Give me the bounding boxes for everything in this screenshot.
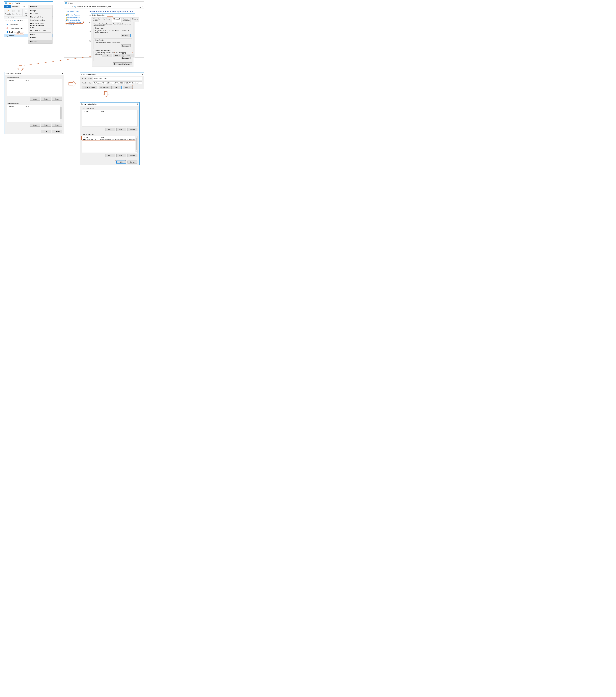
close-icon[interactable]: ✕ [141, 73, 143, 75]
minimize-icon[interactable]: — [139, 2, 143, 4]
menu-disconnect[interactable]: Disconnect network drive... [28, 25, 52, 28]
tab-hardware[interactable]: Hardware [102, 17, 111, 22]
menu-open-new[interactable]: Open in new window [28, 18, 52, 21]
nav-up-icon[interactable]: ↑ [11, 20, 14, 21]
menu-manage[interactable]: Manage [28, 9, 52, 12]
sysprops-ok-button[interactable]: OK [102, 54, 112, 57]
ribbon-rename[interactable]: Rename [16, 9, 22, 16]
ribbon-access-media[interactable]: Access media▾ [23, 9, 29, 16]
menu-rename[interactable]: Rename [28, 36, 52, 39]
user-vars-list[interactable]: VariableValue [82, 109, 137, 127]
nav-up-icon[interactable]: ↑ [71, 6, 74, 8]
link-remote-settings[interactable]: Remote settings [66, 17, 86, 18]
ribbon-open[interactable]: Open [11, 9, 16, 16]
var-value-label: Variable value: [82, 82, 93, 84]
scroll-up-icon[interactable]: ▲ [60, 105, 62, 107]
scroll-thumb[interactable] [136, 138, 137, 150]
nav-recent-icon[interactable]: ▾ [10, 20, 11, 21]
link-advanced-settings[interactable]: Advanced system settings [66, 22, 86, 25]
newvar-cancel-button[interactable]: Cancel [123, 86, 133, 89]
browse-dir-button[interactable]: Browse Directory... [82, 86, 97, 89]
sys-new-button[interactable]: New... [30, 123, 40, 127]
menu-pin-start[interactable]: Pin to Start [28, 12, 52, 15]
admin-note: You must be logged on as an Administrato… [93, 23, 132, 27]
tab-computer[interactable]: Computer [11, 5, 20, 8]
table-row[interactable]: VS2017INSTALLDIR C:\Program Files (x86)\… [82, 139, 137, 141]
sys-edit-button[interactable]: Edit... [41, 123, 51, 127]
envvars-ok-button[interactable]: OK [116, 161, 126, 164]
tab-computer-name[interactable]: Computer Name [92, 17, 101, 22]
sys-new-button[interactable]: New... [105, 154, 115, 157]
refresh-icon[interactable] [138, 6, 142, 8]
sys-delete-button[interactable]: Delete [52, 123, 62, 127]
crumb-all-items[interactable]: All Control Panel Items [89, 6, 105, 8]
close-icon[interactable]: ✕ [137, 103, 139, 105]
menu-pin-quick[interactable]: Pin to Quick access [28, 21, 52, 25]
user-new-button[interactable]: New... [30, 98, 40, 101]
scroll-thumb[interactable] [60, 107, 62, 119]
user-delete-button[interactable]: Delete [52, 98, 62, 101]
system-properties-dialog: System Properties ✕ Computer Name Hardwa… [91, 13, 135, 58]
envvars-cancel-button[interactable]: Cancel [127, 161, 137, 164]
user-edit-button[interactable]: Edit... [116, 128, 126, 131]
user-delete-button[interactable]: Delete [127, 128, 137, 131]
context-menu: Collapse Manage Pin to Start Map network… [28, 5, 52, 44]
cp-address-bar[interactable]: › Control Panel › All Control Panel Item… [74, 5, 138, 8]
newvar-ok-button[interactable]: OK [111, 86, 121, 89]
sys-vars-list[interactable]: VariableValue ▲ ▼ [7, 105, 62, 122]
link-cp-home[interactable]: Control Panel Home [66, 10, 86, 12]
perf-settings-button[interactable]: Settings... [121, 34, 131, 37]
link-device-manager[interactable]: Device Manager [66, 14, 86, 16]
envvars-cancel-button[interactable]: Cancel [52, 130, 62, 133]
crumb-system[interactable]: System [106, 6, 111, 8]
tab-advanced[interactable]: Advanced [111, 17, 121, 22]
cc-icon: ∞ [6, 27, 9, 29]
menu-delete[interactable]: Delete [28, 33, 52, 36]
menu-properties[interactable]: Properties [28, 40, 52, 43]
explorer-titlebar: | ▾ | This PC [4, 2, 53, 5]
scroll-up-icon[interactable]: ▲ [135, 136, 137, 138]
search-hint: S [142, 6, 143, 8]
col-value: Value [25, 80, 29, 81]
profiles-settings-button[interactable]: Settings... [121, 44, 131, 47]
startup-settings-button[interactable]: Settings... [121, 57, 131, 59]
sys-delete-button[interactable]: Delete [127, 154, 137, 157]
shield-icon [66, 14, 67, 16]
qat-dropdown-icon[interactable]: ▾ [12, 2, 13, 4]
user-edit-button[interactable]: Edit... [41, 98, 51, 101]
user-vars-list[interactable]: VariableValue [7, 79, 62, 96]
group-user-profiles: User Profiles Desktop settings related t… [93, 40, 132, 49]
nav-back-icon[interactable]: ← [5, 20, 7, 21]
close-icon[interactable]: ✕ [133, 14, 134, 16]
scrollbar[interactable]: ▲ ▼ [60, 105, 62, 122]
var-name-input[interactable] [93, 77, 142, 80]
envvars-ok-button[interactable]: OK [41, 130, 51, 133]
menu-collapse[interactable]: Collapse [28, 5, 52, 8]
cp-titlebar: System — [64, 2, 144, 5]
scrollbar[interactable]: ▲ ▼ [135, 136, 137, 152]
shield-icon [66, 23, 67, 24]
sys-edit-button[interactable]: Edit... [116, 154, 126, 157]
tab-file[interactable]: File [4, 5, 11, 8]
user-new-button[interactable]: New... [105, 128, 115, 131]
menu-add-location[interactable]: Add a network location [28, 29, 52, 32]
env-vars-dialog-2: Environment Variables ✕ User variables f… [80, 102, 139, 165]
tab-view[interactable]: View [20, 5, 26, 8]
breadcrumb-this-pc[interactable]: This PC [18, 20, 24, 21]
close-icon[interactable]: ✕ [62, 73, 63, 74]
scroll-down-icon[interactable]: ▼ [60, 120, 62, 122]
ribbon-properties[interactable]: ✓ Properties [5, 9, 11, 16]
tab-system-protection[interactable]: System Protection [121, 17, 131, 22]
tab-remote[interactable]: Remote [131, 17, 139, 22]
var-value-input[interactable] [93, 81, 142, 84]
env-vars-button[interactable]: Environment Variables... [113, 62, 132, 65]
right-click-hint: (Right-click) [15, 32, 24, 35]
scroll-down-icon[interactable]: ▼ [135, 150, 137, 152]
crumb-control-panel[interactable]: Control Panel [78, 6, 88, 8]
sysprops-cancel-button[interactable]: Cancel [113, 54, 123, 57]
menu-map-drive[interactable]: Map network drive... [28, 15, 52, 18]
shield-icon [66, 17, 67, 18]
sys-vars-list[interactable]: VariableValue VS2017INSTALLDIR C:\Progra… [82, 136, 137, 153]
browse-file-button[interactable]: Browse File... [99, 86, 111, 89]
link-system-protection[interactable]: System protection [66, 19, 86, 21]
